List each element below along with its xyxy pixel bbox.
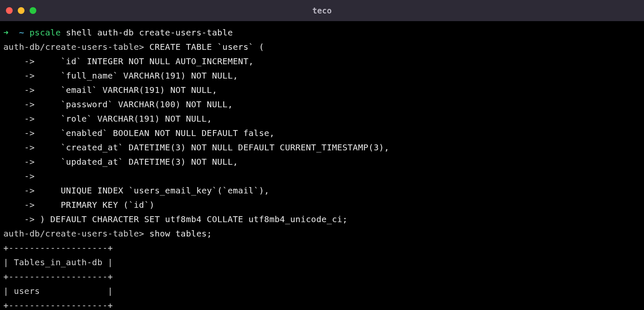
sql-continuation-line: -> bbox=[3, 169, 641, 183]
sql-prompt: auth-db/create-users-table> bbox=[3, 42, 144, 52]
maximize-icon[interactable] bbox=[30, 7, 36, 14]
sql-continuation-line: -> `password` VARCHAR(100) NOT NULL, bbox=[3, 97, 641, 111]
sql-continuation-line: -> ) DEFAULT CHARACTER SET utf8mb4 COLLA… bbox=[3, 212, 641, 226]
sql-continuation-line: -> `enabled` BOOLEAN NOT NULL DEFAULT fa… bbox=[3, 126, 641, 140]
traffic-lights bbox=[6, 7, 36, 14]
terminal-output[interactable]: ➜ ~ pscale shell auth-db create-users-ta… bbox=[0, 21, 644, 310]
command-binary: pscale bbox=[30, 27, 61, 38]
sql-prompt: auth-db/create-users-table> bbox=[3, 228, 144, 239]
table-border-row: +-------------------+ bbox=[3, 298, 641, 310]
minimize-icon[interactable] bbox=[18, 7, 25, 14]
prompt-arrow-icon: ➜ bbox=[3, 27, 8, 38]
prompt-cwd: ~ bbox=[19, 27, 24, 38]
sql-continuation-line: -> `email` VARCHAR(191) NOT NULL, bbox=[3, 83, 641, 97]
window-title: teco bbox=[312, 6, 332, 15]
table-row: | users | bbox=[3, 284, 641, 298]
close-icon[interactable] bbox=[6, 7, 13, 14]
table-border-row: +-------------------+ bbox=[3, 241, 641, 255]
shell-prompt-line: ➜ ~ pscale shell auth-db create-users-ta… bbox=[3, 25, 641, 40]
table-header-row: | Tables_in_auth-db | bbox=[3, 255, 641, 269]
sql-continuation-line: -> `full_name` VARCHAR(191) NOT NULL, bbox=[3, 68, 641, 83]
sql-continuation-line: -> UNIQUE INDEX `users_email_key`(`email… bbox=[3, 183, 641, 198]
sql-continuation-line: -> `role` VARCHAR(191) NOT NULL, bbox=[3, 111, 641, 126]
sql-continuation-line: -> `created_at` DATETIME(3) NOT NULL DEF… bbox=[3, 140, 641, 155]
sql-command: CREATE TABLE `users` ( bbox=[144, 42, 264, 52]
sql-continuation-line: -> PRIMARY KEY (`id`) bbox=[3, 198, 641, 212]
window-titlebar: teco bbox=[0, 0, 644, 21]
sql-continuation-line: -> `updated_at` DATETIME(3) NOT NULL, bbox=[3, 155, 641, 169]
sql-prompt-line: auth-db/create-users-table> CREATE TABLE… bbox=[3, 40, 641, 54]
sql-prompt-line: auth-db/create-users-table> show tables; bbox=[3, 226, 641, 241]
sql-command: show tables; bbox=[144, 228, 212, 239]
table-border-row: +-------------------+ bbox=[3, 269, 641, 284]
command-args: shell auth-db create-users-table bbox=[66, 27, 233, 38]
sql-continuation-line: -> `id` INTEGER NOT NULL AUTO_INCREMENT, bbox=[3, 54, 641, 68]
